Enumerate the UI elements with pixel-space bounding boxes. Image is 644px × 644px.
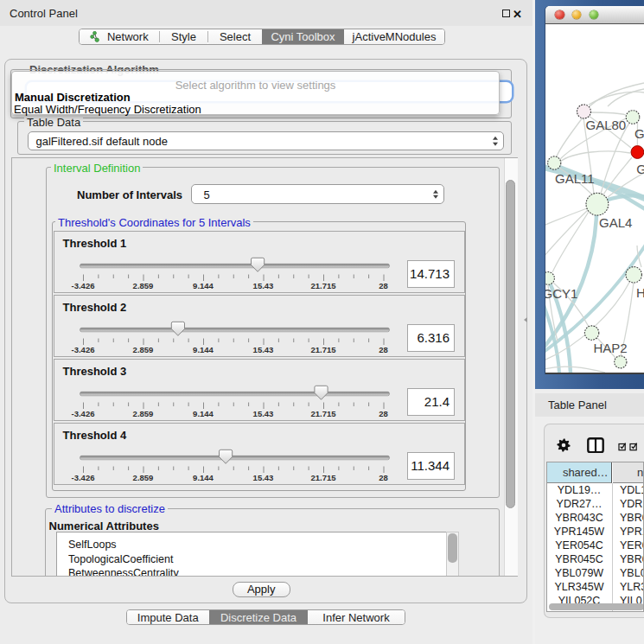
- svg-text:GA: GA: [634, 126, 644, 141]
- svg-text:GAL4: GAL4: [599, 215, 632, 230]
- svg-text:GAL80: GAL80: [586, 118, 627, 132]
- svg-text:GCY1: GCY1: [545, 286, 577, 301]
- svg-text:G: G: [636, 162, 644, 176]
- svg-text:H: H: [636, 285, 644, 300]
- svg-text:HAP2: HAP2: [594, 341, 628, 355]
- svg-text:GAL11: GAL11: [555, 171, 595, 186]
